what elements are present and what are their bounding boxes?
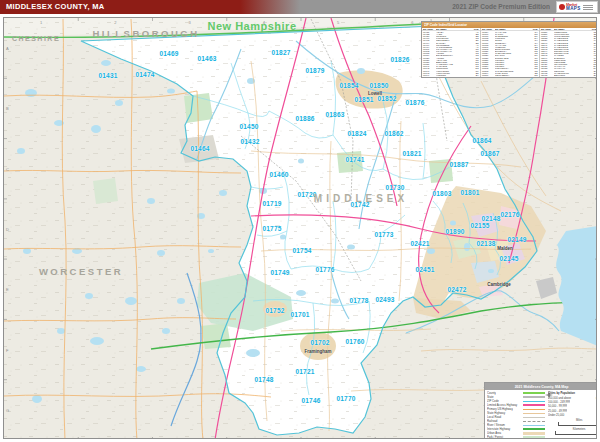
zip-index-column: ZIP CodeZIP NameGrid01886WESTFORDC201887… [540, 28, 597, 78]
zip-code-label: 01879 [305, 67, 324, 74]
zip-code-label: 01778 [349, 297, 368, 304]
map-labels-layer: 0143101474014690146301827018790182601854… [4, 18, 596, 438]
grid-row-label: E [6, 287, 9, 292]
legend-title: 2021 Middlesex County, MA Map [485, 383, 597, 390]
region-label: WORCESTER [39, 266, 123, 277]
edition-label: 2021 ZIP Code Premium Edition [452, 0, 550, 14]
zip-code-label: 02155 [470, 222, 489, 229]
zip-code-label: 01754 [292, 247, 311, 254]
legend-title-bar: 2021 Middlesex County, MA Map [485, 383, 597, 390]
zip-code-label: 01760 [345, 338, 364, 345]
grid-row-label: G [6, 407, 9, 412]
logo-line2: MAPS [566, 7, 581, 11]
logo-decoration [583, 5, 593, 10]
grid-column-label: 5 [337, 20, 339, 25]
zip-code-label: 01460 [269, 171, 288, 178]
zip-code-label: 01851 [354, 96, 373, 103]
city-label: Cambridge [487, 282, 511, 287]
city-label: Lowell [368, 91, 382, 96]
zip-code-label: 01826 [390, 56, 409, 63]
city-label: Malden [497, 246, 513, 251]
zip-code-label: 01827 [271, 49, 290, 56]
grid-row-label: C [6, 166, 9, 171]
map-poster: MIDDLESEX COUNTY, MA 2021 ZIP Code Premi… [0, 0, 600, 442]
zip-code-label: 01852 [377, 95, 396, 102]
city-label: Framingham [304, 349, 331, 354]
zip-code-label: 01748 [254, 376, 273, 383]
zip-code-label: 02138 [476, 240, 495, 247]
zip-index-row: 01752MARLBOROUGHB5 [422, 76, 480, 78]
zip-code-label: 01890 [445, 228, 464, 235]
region-label: HILLSBOROUGH [92, 28, 199, 39]
zip-code-label: 01776 [315, 266, 334, 273]
zip-code-label: 01887 [449, 161, 468, 168]
zip-code-label: 01850 [369, 82, 388, 89]
zip-code-label: 01821 [402, 150, 421, 157]
grid-row-label: A [6, 46, 9, 51]
legend-scale: Kilometers [548, 427, 597, 435]
zip-code-label: 01702 [310, 339, 329, 346]
legend-item: Park / Forest [487, 435, 545, 439]
zip-code-label: 02148 [481, 215, 500, 222]
zip-code-label: 02145 [499, 255, 518, 262]
zip-code-label: 01741 [345, 156, 364, 163]
zip-code-label: 02493 [375, 296, 394, 303]
legend-scale-bars: MilesKilometers [548, 418, 597, 435]
grid-column-label: 2 [114, 20, 116, 25]
zip-code-label: 01773 [374, 231, 393, 238]
zip-code-label: 01864 [472, 137, 491, 144]
zip-code-label: 02451 [415, 266, 434, 273]
zip-code-label: 01464 [190, 145, 209, 152]
legend-city-classes: 250,000 and aboveCITY100,000 - 249,999Ci… [548, 396, 597, 417]
legend-scale: Miles [548, 418, 597, 426]
region-label: CHESHIRE [12, 35, 60, 42]
zip-code-label: 02421 [410, 240, 429, 247]
grid-column-label: 6 [411, 20, 413, 25]
legend-right-column: Cities by Population 250,000 and aboveCI… [545, 391, 597, 439]
legend-panel: 2021 Middlesex County, MA Map CountyStat… [484, 382, 597, 439]
zip-code-label: 01450 [239, 123, 258, 130]
zip-index-column: ZIP CodeZIP NameGrid01431ASHBYA101432AYE… [422, 28, 481, 78]
legend-body: CountyStateZIP CodeLimited Access Highwa… [485, 390, 597, 439]
zip-index-row: 02493WESTOND4 [540, 76, 597, 78]
zip-code-label: 01432 [240, 138, 259, 145]
grid-row-label: B [6, 106, 9, 111]
zip-code-label: 01775 [262, 225, 281, 232]
zip-code-label: 01752 [265, 307, 284, 314]
zip-code-label: 01770 [336, 395, 355, 402]
zip-code-label: 01749 [270, 269, 289, 276]
zip-code-label: 01886 [295, 115, 314, 122]
zip-code-label: 02472 [447, 286, 466, 293]
zip-code-label: 01701 [290, 311, 309, 318]
zip-code-label: 01876 [405, 99, 424, 106]
zip-index-table: ZIP CodeZIP NameGrid01431ASHBYA101432AYE… [422, 28, 597, 78]
zip-code-label: 01863 [325, 111, 344, 118]
logo-wordmark: Market MAPS [566, 4, 581, 11]
zip-code-label: 01474 [135, 71, 154, 78]
zip-code-label: 01730 [385, 184, 404, 191]
zip-code-label: 01719 [262, 200, 281, 207]
publisher-logo: Market MAPS [556, 1, 598, 13]
grid-row-label: D [6, 227, 9, 232]
zip-code-label: 01721 [295, 368, 314, 375]
zip-code-label: 01824 [347, 130, 366, 137]
region-label: MIDDLESEX [314, 193, 408, 204]
title-banner: MIDDLESEX COUNTY, MA 2021 ZIP Code Premi… [0, 0, 600, 14]
zip-code-label: 02149 [507, 236, 526, 243]
logo-disc-icon [559, 4, 565, 10]
zip-code-label: 01854 [339, 82, 358, 89]
map-title: MIDDLESEX COUNTY, MA [6, 0, 105, 14]
zip-index-panel: ZIP Code Index/Grid Locator ZIP CodeZIP … [421, 21, 597, 78]
zip-code-label: 02176 [500, 211, 519, 218]
grid-column-label: 4 [263, 20, 265, 25]
legend-cities-heading-text: Cities by Population [548, 391, 597, 396]
legend-city-class: Under 25,000City [548, 413, 597, 417]
zip-index-row: 01879TYNGSBOROUGHC1 [481, 76, 539, 78]
zip-code-label: 01801 [460, 189, 479, 196]
zip-code-label: 01469 [159, 50, 178, 57]
map-canvas: 0143101474014690146301827018790182601854… [3, 17, 597, 439]
legend-line-items: CountyStateZIP CodeLimited Access Highwa… [487, 391, 545, 439]
zip-code-label: 01746 [301, 397, 320, 404]
zip-code-label: 01803 [432, 190, 451, 197]
zip-code-label: 01431 [98, 72, 117, 79]
